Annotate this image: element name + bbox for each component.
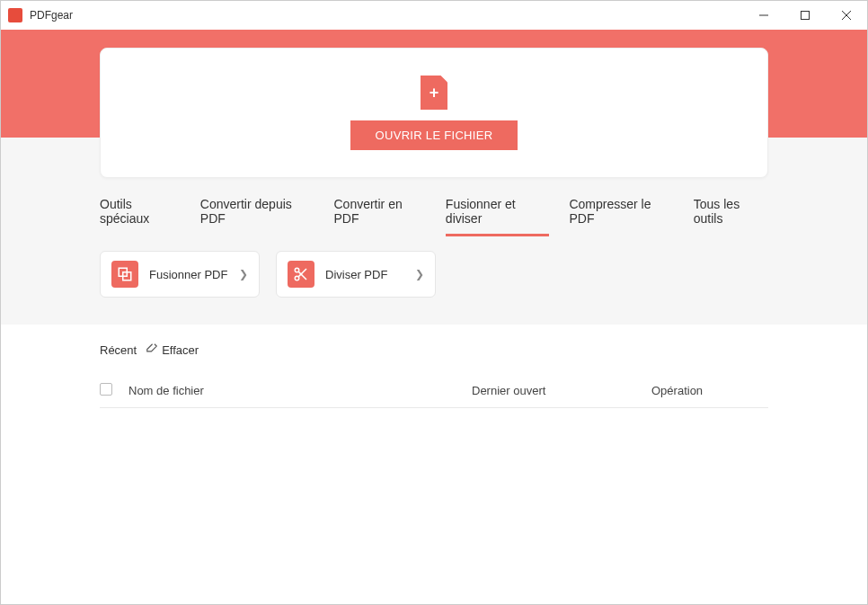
tool-merge-pdf[interactable]: Fusionner PDF ❯ — [100, 251, 260, 298]
col-operation: Opération — [651, 384, 768, 397]
clear-recent-button[interactable]: Effacer — [146, 343, 199, 358]
svg-point-7 — [295, 276, 299, 280]
clear-label: Effacer — [162, 343, 199, 357]
svg-point-6 — [295, 268, 299, 272]
chevron-right-icon: ❯ — [239, 268, 248, 280]
app-title: PDFgear — [30, 9, 73, 22]
close-button[interactable] — [826, 1, 867, 30]
open-file-card: + OUVRIR LE FICHIER — [100, 48, 768, 178]
file-plus-icon: + — [421, 76, 447, 110]
tool-split-label: Diviser PDF — [325, 268, 404, 281]
merge-icon — [111, 261, 138, 288]
recent-table-header: Nom de fichier Dernier ouvert Opération — [100, 374, 768, 408]
minimize-button[interactable] — [743, 1, 784, 30]
tab-tous-les-outils[interactable]: Tous les outils — [694, 191, 768, 235]
tool-category-tabs: Outils spéciaux Convertir depuis PDF Con… — [100, 191, 768, 235]
svg-rect-1 — [802, 12, 810, 20]
recent-section: Récent Effacer Nom de fichier Dernier ou… — [1, 325, 867, 408]
open-file-button[interactable]: OUVRIR LE FICHIER — [350, 120, 518, 150]
tab-fusionner-et-diviser[interactable]: Fusionner et diviser — [446, 191, 550, 235]
split-icon — [288, 261, 314, 288]
chevron-right-icon: ❯ — [415, 268, 424, 280]
tab-outils-speciaux[interactable]: Outils spéciaux — [100, 191, 181, 235]
tab-compresser-le-pdf[interactable]: Compresser le PDF — [569, 191, 673, 235]
hero-banner: + OUVRIR LE FICHIER — [1, 30, 867, 138]
col-last-opened: Dernier ouvert — [472, 384, 651, 397]
tab-convertir-depuis-pdf[interactable]: Convertir depuis PDF — [200, 191, 314, 235]
tool-split-pdf[interactable]: Diviser PDF ❯ — [276, 251, 436, 298]
app-icon — [8, 8, 22, 22]
maximize-button[interactable] — [784, 1, 826, 30]
recent-title: Récent — [100, 343, 137, 357]
titlebar: PDFgear — [1, 1, 867, 30]
window-controls — [743, 1, 867, 30]
tool-cards: Fusionner PDF ❯ Diviser PDF ❯ — [100, 251, 768, 298]
recent-header: Récent Effacer — [100, 343, 768, 358]
select-all-checkbox[interactable] — [100, 383, 128, 398]
col-filename: Nom de fichier — [128, 384, 472, 397]
tool-merge-label: Fusionner PDF — [149, 268, 228, 281]
tab-convertir-en-pdf[interactable]: Convertir en PDF — [333, 191, 425, 235]
eraser-icon — [146, 343, 158, 358]
titlebar-left: PDFgear — [8, 8, 73, 22]
